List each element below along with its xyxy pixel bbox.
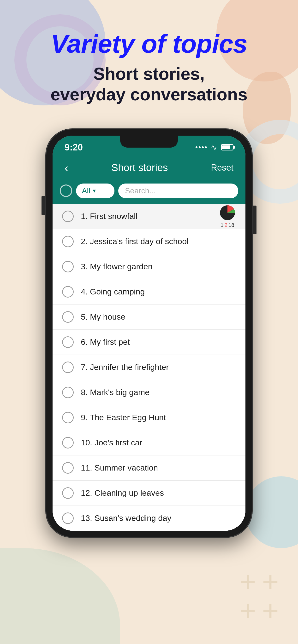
- pie-label-2: 2: [225, 222, 227, 228]
- radio-button[interactable]: [62, 512, 74, 524]
- list-item[interactable]: 7. Jennifer the firefighter: [53, 355, 245, 380]
- list-item[interactable]: 3. My flower garden: [53, 254, 245, 279]
- story-title: 12. Cleaning up leaves: [81, 488, 236, 498]
- page-header: Variety of topics Short stories, everyda…: [0, 0, 298, 119]
- bg-wave: [0, 548, 120, 644]
- pie-chart-container: 1 2 18: [219, 204, 236, 228]
- story-title: 11. Summer vacation: [81, 463, 236, 472]
- radio-button[interactable]: [62, 236, 74, 247]
- status-icons: ∿: [196, 143, 233, 152]
- radio-button[interactable]: [62, 336, 74, 348]
- wifi-icon: ∿: [211, 143, 217, 152]
- filter-bar: All ▾ Search...: [53, 179, 245, 204]
- radio-button[interactable]: [62, 387, 74, 398]
- list-item[interactable]: 2. Jessica's first day of school: [53, 229, 245, 254]
- filter-circle-button[interactable]: [60, 184, 72, 197]
- phone-mockup: 9:20 ∿ ‹ Short stories: [0, 129, 298, 538]
- list-item[interactable]: 13. Susan's wedding day: [53, 506, 245, 531]
- radio-button[interactable]: [62, 412, 74, 423]
- radio-button[interactable]: [62, 362, 74, 373]
- bg-plus-decoration: + + + +: [239, 567, 279, 625]
- list-item[interactable]: 9. The Easter Egg Hunt: [53, 405, 245, 430]
- pie-chart-labels: 1 2 18: [221, 222, 234, 228]
- radio-button[interactable]: [62, 462, 74, 474]
- story-title: 5. My house: [81, 312, 236, 322]
- status-time: 9:20: [65, 142, 83, 152]
- story-list: 1. First snowfall 1 2: [53, 204, 245, 531]
- nav-title: Short stories: [111, 162, 168, 174]
- story-title: 8. Mark's big game: [81, 388, 236, 397]
- page-title: Variety of topics: [0, 29, 298, 59]
- page-subtitle: Short stories, everyday conversations: [0, 64, 298, 105]
- list-item[interactable]: 10. Joe's first car: [53, 430, 245, 456]
- filter-dropdown[interactable]: All ▾: [76, 184, 114, 198]
- story-title: 6. My first pet: [81, 337, 236, 347]
- chevron-down-icon: ▾: [93, 187, 96, 194]
- list-item[interactable]: 1. First snowfall 1 2: [53, 204, 245, 229]
- list-item[interactable]: 5. My house: [53, 304, 245, 330]
- story-title: 9. The Easter Egg Hunt: [81, 413, 236, 422]
- pie-label-18: 18: [228, 222, 234, 228]
- navigation-bar: ‹ Short stories Reset: [53, 156, 245, 179]
- phone-frame: 9:20 ∿ ‹ Short stories: [46, 129, 252, 538]
- phone-notch: [120, 136, 178, 148]
- list-item[interactable]: 6. My first pet: [53, 330, 245, 355]
- battery-icon: [221, 144, 233, 150]
- pie-label-1: 1: [221, 222, 224, 228]
- story-title: 7. Jennifer the firefighter: [81, 362, 236, 372]
- story-title: 3. My flower garden: [81, 262, 236, 271]
- phone-screen: 9:20 ∿ ‹ Short stories: [53, 136, 245, 531]
- story-title: 10. Joe's first car: [81, 438, 236, 447]
- story-title: 13. Susan's wedding day: [81, 514, 236, 523]
- signal-icon: [196, 146, 207, 148]
- radio-button[interactable]: [62, 487, 74, 499]
- search-placeholder: Search...: [125, 186, 156, 195]
- search-input[interactable]: Search...: [118, 184, 238, 198]
- list-item[interactable]: 8. Mark's big game: [53, 380, 245, 405]
- pie-chart: [219, 204, 236, 221]
- list-item[interactable]: 11. Summer vacation: [53, 456, 245, 480]
- radio-button[interactable]: [62, 261, 74, 272]
- radio-button[interactable]: [62, 210, 74, 222]
- reset-button[interactable]: Reset: [211, 163, 233, 173]
- story-title: 4. Going camping: [81, 287, 236, 296]
- back-button[interactable]: ‹: [65, 161, 68, 174]
- list-item[interactable]: 4. Going camping: [53, 279, 245, 304]
- story-title: 1. First snowfall: [81, 212, 236, 221]
- list-item[interactable]: 12. Cleaning up leaves: [53, 480, 245, 506]
- radio-button[interactable]: [62, 311, 74, 323]
- filter-dropdown-label: All: [82, 186, 90, 195]
- radio-button[interactable]: [62, 437, 74, 448]
- story-title: 2. Jessica's first day of school: [81, 237, 236, 246]
- radio-button[interactable]: [62, 286, 74, 298]
